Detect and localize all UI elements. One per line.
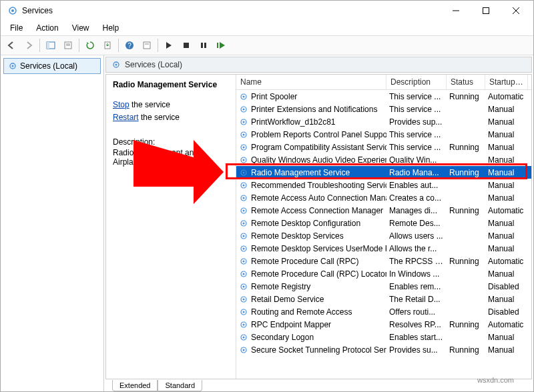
pause-service-button[interactable] xyxy=(196,37,212,53)
service-list: Name Description Status Startup Ty Print… xyxy=(236,75,531,379)
service-name: Remote Desktop Configuration xyxy=(251,219,360,228)
service-row[interactable]: Program Compatibility Assistant ServiceT… xyxy=(236,141,531,153)
service-name: Print Spooler xyxy=(251,92,297,101)
service-description: Enables rem... xyxy=(386,282,447,291)
service-row[interactable]: Remote Access Connection ManagerManages … xyxy=(236,204,531,217)
app-icon xyxy=(7,5,18,16)
service-row[interactable]: Remote Access Auto Connection Mana...Cre… xyxy=(236,191,531,204)
service-startup: Manual xyxy=(485,244,528,253)
tree-node-services-local[interactable]: Services (Local) xyxy=(3,58,101,74)
svg-point-61 xyxy=(243,323,245,325)
svg-point-51 xyxy=(243,260,245,262)
results-pane: Services (Local) Radio Management Servic… xyxy=(104,55,533,391)
service-row[interactable]: Quality Windows Audio Video Experien...Q… xyxy=(236,153,531,166)
svg-point-1 xyxy=(11,9,14,12)
service-startup: Disabled xyxy=(485,307,528,317)
service-row[interactable]: Remote Procedure Call (RPC)The RPCSS s..… xyxy=(236,255,531,267)
svg-marker-66 xyxy=(134,140,224,204)
gear-icon xyxy=(239,295,248,304)
service-row[interactable]: Recommended Troubleshooting ServiceEnabl… xyxy=(236,179,531,191)
service-row[interactable]: Radio Management ServiceRadio Mana...Run… xyxy=(236,166,531,179)
service-description: Quality Win... xyxy=(386,155,447,165)
menu-action[interactable]: Action xyxy=(31,22,63,34)
service-name: Routing and Remote Access xyxy=(251,307,352,317)
service-startup: Manual xyxy=(485,269,528,279)
action-props-button[interactable] xyxy=(139,37,155,53)
service-status: Running xyxy=(447,143,485,152)
refresh-button[interactable] xyxy=(82,37,98,53)
menu-help[interactable]: Help xyxy=(97,22,125,34)
service-row[interactable]: Retail Demo ServiceThe Retail D...Manual xyxy=(236,293,531,305)
service-row[interactable]: Remote RegistryEnables rem...Disabled xyxy=(236,280,531,293)
service-startup: Automatic xyxy=(485,320,528,329)
service-startup: Manual xyxy=(485,143,528,152)
col-header-startup[interactable]: Startup Ty xyxy=(485,75,528,89)
service-name: Printer Extensions and Notifications xyxy=(251,105,377,114)
list-rows[interactable]: Print SpoolerThis service ...RunningAuto… xyxy=(236,90,531,379)
col-header-status[interactable]: Status xyxy=(447,75,485,89)
gear-icon xyxy=(239,333,248,342)
service-row[interactable]: Routing and Remote AccessOffers routi...… xyxy=(236,305,531,318)
service-name: Recommended Troubleshooting Service xyxy=(251,181,386,190)
forward-button[interactable] xyxy=(21,37,37,53)
minimize-button[interactable] xyxy=(441,1,471,20)
service-description: Remote Des... xyxy=(386,219,447,228)
gear-icon xyxy=(239,320,248,329)
selected-service-title: Radio Management Service xyxy=(113,80,229,89)
service-row[interactable]: Remote Procedure Call (RPC) LocatorIn Wi… xyxy=(236,267,531,280)
service-name: Remote Desktop Services UserMode Po... xyxy=(251,244,386,253)
service-startup: Manual xyxy=(485,105,528,114)
restart-service-button[interactable] xyxy=(213,37,229,53)
service-name: Radio Management Service xyxy=(251,168,350,177)
service-status: Running xyxy=(447,206,485,215)
maximize-button[interactable] xyxy=(471,1,501,20)
stop-service-link[interactable]: Stop xyxy=(113,100,129,109)
service-description: Enables start... xyxy=(386,333,447,342)
stop-service-button[interactable] xyxy=(178,37,194,53)
col-header-description[interactable]: Description xyxy=(386,75,447,89)
svg-rect-7 xyxy=(47,42,49,49)
help-button[interactable]: ? xyxy=(121,37,138,53)
service-row[interactable]: PrintWorkflow_d1b2c81Provides sup...Manu… xyxy=(236,115,531,128)
gear-icon xyxy=(239,105,248,114)
service-startup: Automatic xyxy=(485,257,528,266)
menu-view[interactable]: View xyxy=(67,22,95,34)
start-service-button[interactable] xyxy=(161,37,177,53)
close-button[interactable] xyxy=(501,1,531,20)
col-header-name[interactable]: Name xyxy=(236,75,386,89)
service-row[interactable]: Print SpoolerThis service ...RunningAuto… xyxy=(236,90,531,103)
service-row[interactable]: Remote Desktop ServicesAllows users ...M… xyxy=(236,229,531,242)
service-name: Quality Windows Audio Video Experien... xyxy=(251,155,386,165)
gear-icon xyxy=(239,231,248,241)
service-startup: Manual xyxy=(485,295,528,304)
svg-text:?: ? xyxy=(127,42,131,49)
menu-file[interactable]: File xyxy=(5,22,28,34)
service-row[interactable]: RPC Endpoint MapperResolves RP...Running… xyxy=(236,318,531,331)
service-row[interactable]: Secure Socket Tunneling Protocol Service… xyxy=(236,343,531,356)
service-description: This service ... xyxy=(386,143,447,152)
service-startup: Manual xyxy=(485,181,528,190)
export-list-button[interactable] xyxy=(99,37,115,53)
service-status: Running xyxy=(447,345,485,355)
service-row[interactable]: Secondary LogonEnables start...Manual xyxy=(236,331,531,343)
service-status: Running xyxy=(447,257,485,266)
back-button[interactable] xyxy=(3,37,19,53)
gear-icon xyxy=(239,219,248,228)
service-row[interactable]: Remote Desktop Services UserMode Po...Al… xyxy=(236,242,531,255)
service-description: The RPCSS s... xyxy=(386,257,447,266)
service-startup: Manual xyxy=(485,231,528,241)
service-name: Remote Registry xyxy=(251,282,310,291)
properties-button[interactable] xyxy=(60,37,76,53)
service-row[interactable]: Printer Extensions and NotificationsThis… xyxy=(236,103,531,115)
show-hide-tree-button[interactable] xyxy=(43,37,59,53)
service-status: Running xyxy=(447,168,485,177)
tab-standard[interactable]: Standard xyxy=(158,380,202,391)
service-description: Creates a co... xyxy=(386,193,447,203)
service-row[interactable]: Remote Desktop ConfigurationRemote Des..… xyxy=(236,217,531,229)
service-row[interactable]: Problem Reports Control Panel SupportThi… xyxy=(236,128,531,141)
service-description: This service ... xyxy=(386,130,447,139)
service-description: Provides sup... xyxy=(386,117,447,127)
tab-extended[interactable]: Extended xyxy=(112,380,158,391)
svg-point-23 xyxy=(115,64,117,66)
svg-point-55 xyxy=(243,285,245,287)
